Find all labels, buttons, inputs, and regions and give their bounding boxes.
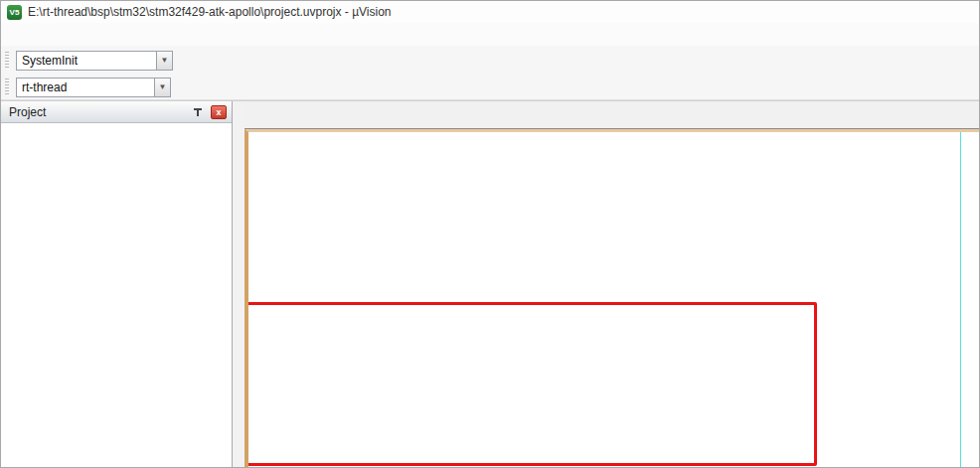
function-combo-dropdown-icon[interactable]: ▼ xyxy=(156,51,173,71)
toolbar-grip[interactable] xyxy=(5,78,9,96)
project-panel-title: Project xyxy=(9,105,46,119)
red-highlight-annotation xyxy=(245,302,817,466)
title-bar: E:\rt-thread\bsp\stm32\stm32f429-atk-apo… xyxy=(1,1,979,23)
project-panel-header: Project x xyxy=(1,101,232,123)
project-panel: Project x xyxy=(1,101,233,467)
main-area: Project x xyxy=(1,100,979,467)
toolbar-build: ▼ xyxy=(1,75,979,100)
target-select-combo[interactable] xyxy=(16,78,155,97)
close-icon[interactable]: x xyxy=(211,105,227,119)
editor-window xyxy=(245,101,979,467)
toolbar-grip[interactable] xyxy=(5,52,9,70)
column-guide xyxy=(960,132,961,467)
editor-tab-bar xyxy=(245,101,979,129)
uvision-window: E:\rt-thread\bsp\stm32\stm32f429-atk-apo… xyxy=(0,0,980,468)
panel-splitter[interactable] xyxy=(233,101,245,467)
pin-icon[interactable] xyxy=(192,105,204,118)
window-title: E:\rt-thread\bsp\stm32\stm32f429-atk-apo… xyxy=(28,5,392,19)
toolbar-main: ▼ xyxy=(1,46,979,75)
menu-bar xyxy=(1,23,979,46)
project-tree xyxy=(1,123,232,467)
target-combo-dropdown-icon[interactable]: ▼ xyxy=(154,78,171,97)
code-area[interactable] xyxy=(245,129,979,467)
uvision-logo-icon xyxy=(7,5,22,20)
current-function-combo[interactable] xyxy=(16,51,157,71)
